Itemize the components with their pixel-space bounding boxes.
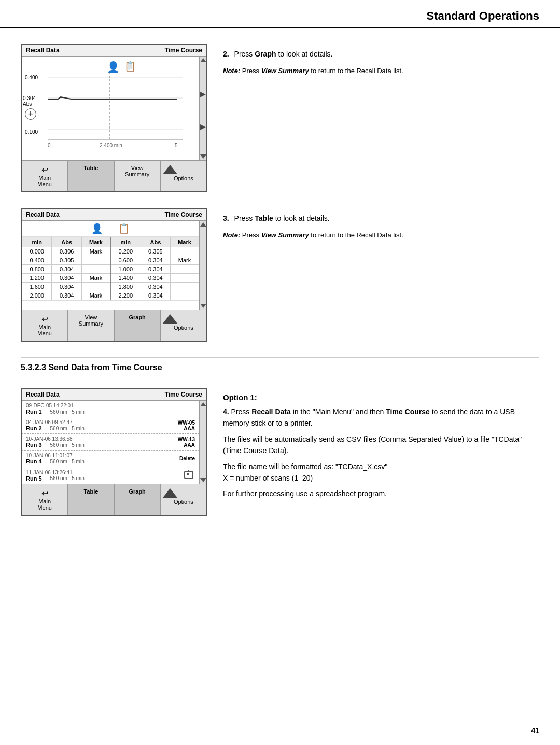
td — [171, 247, 199, 256]
btn-view-summary-2[interactable]: ViewSummary — [68, 310, 114, 341]
btn-view-summary-1[interactable]: ViewSummary — [115, 161, 161, 191]
td: 0.304 — [141, 291, 170, 300]
recall-item-info-2: 04-JAN-06 09:52:47 Run 2 560 nm 5 min — [26, 419, 169, 431]
page-header: Standard Operations — [0, 0, 560, 28]
recall-item-tag-4: Delete — [169, 456, 195, 461]
td — [81, 283, 110, 291]
btn-main-menu-label-3: MainMenu — [24, 498, 65, 511]
step-2-number: 2. — [223, 50, 229, 58]
th-min2: min — [110, 237, 141, 247]
btn-options-label-3: Options — [174, 499, 193, 505]
th-abs1: Abs — [52, 237, 81, 247]
note-2: Note: Press View Summary to return to th… — [223, 230, 539, 241]
recall-item-detail-4: 560 nm 5 min — [50, 459, 85, 465]
table-row: 1.600 0.304 1.800 0.304 — [22, 283, 199, 291]
btn-main-menu-3[interactable]: ↩ MainMenu — [22, 484, 68, 515]
scroll-down-3[interactable] — [200, 478, 206, 482]
step-4-t1: Press — [231, 407, 252, 416]
step-3-bold: Table — [255, 214, 273, 222]
graph-svg: 0 2.400 min 5 — [43, 57, 198, 155]
note-2-text: to return to the Recall Data list. — [309, 231, 403, 239]
btn-options-3[interactable]: Options — [161, 484, 206, 515]
recall-list: 09-DEC-05 14:22:01 Run 1 560 nm 5 min 04… — [22, 401, 199, 484]
btn-graph-3[interactable]: Graph — [115, 484, 161, 515]
btn-graph-2[interactable]: Graph — [115, 310, 161, 341]
btn-main-menu-2[interactable]: ↩ MainMenu — [22, 310, 68, 341]
section-3-title-row: 5.3.2.3 Send Data from Time Course — [21, 357, 539, 372]
scroll-up-2[interactable] — [200, 222, 206, 227]
note-1: Note: Press View Summary to return to th… — [223, 66, 539, 76]
scroll-bar-3[interactable] — [199, 401, 206, 484]
note-2-prefix: Press — [242, 231, 261, 239]
recall-item-date-2: 04-JAN-06 09:52:47 — [26, 419, 169, 425]
recall-item-5[interactable]: 11-JAN-06 13:26:41 Run 5 560 nm 5 min — [22, 467, 199, 484]
recall-item-3[interactable]: 10-JAN-06 13:36:58 Run 3 560 nm 5 min WW… — [22, 434, 199, 451]
right-arrow-2[interactable]: ▶ — [200, 123, 206, 130]
recall-item-tag-3: WW-13AAA — [169, 437, 195, 448]
panel-footer-2: ↩ MainMenu ViewSummary Graph Options — [22, 310, 206, 341]
text-content-3: Option 1: 4. Press Recall Data in the "M… — [223, 388, 539, 504]
panel-title-3: Recall Data — [26, 391, 60, 398]
btn-main-menu-label-1: MainMenu — [24, 175, 65, 187]
btn-table-1[interactable]: Table — [68, 161, 114, 191]
step-4-tc: Time Course — [386, 407, 430, 416]
recall-item-1[interactable]: 09-DEC-05 14:22:01 Run 1 560 nm 5 min — [22, 401, 199, 417]
note-label-2: Note: — [223, 231, 240, 239]
btn-options-label-2: Options — [174, 325, 193, 331]
td: Mark — [81, 291, 110, 300]
td: 1.800 — [110, 283, 141, 291]
td — [171, 283, 199, 291]
td: 0.304 — [141, 265, 170, 274]
td: 0.600 — [110, 256, 141, 265]
scroll-up-3[interactable] — [200, 402, 206, 406]
recall-item-info-4: 10-JAN-06 11:01:07 Run 4 560 nm 5 min — [26, 453, 169, 465]
btn-options-2[interactable]: Options — [161, 310, 206, 341]
td: 0.304 — [52, 274, 81, 283]
step-4-t2: in the "Main Menu" and then — [291, 407, 386, 416]
note-label-1: Note: — [223, 67, 240, 75]
svg-text:5: 5 — [175, 143, 178, 148]
btn-table-label-1: Table — [83, 165, 98, 171]
recall-item-detail-3: 560 nm 5 min — [50, 442, 85, 448]
back-arrow-icon-1: ↩ — [24, 165, 65, 175]
td: 1.200 — [22, 274, 52, 283]
step-4-recall: Recall Data — [251, 407, 290, 416]
td: 0.304 — [141, 256, 170, 265]
step-3-number: 3. — [223, 214, 229, 222]
step-4-para3: The file name will be formatted as: "TCD… — [223, 461, 539, 484]
td: Mark — [81, 274, 110, 283]
step-3-text: 3. Press Table to look at details. — [223, 213, 539, 224]
recall-item-detail-2: 560 nm 5 min — [50, 426, 85, 431]
btn-graph-label-3: Graph — [129, 488, 145, 495]
table-area: min Abs Mark min Abs Mark 0. — [22, 237, 199, 300]
graph-area: 👤 📋 0.400 0.304Abs 0.100 + — [22, 57, 199, 160]
zoom-icon[interactable]: + — [25, 108, 36, 120]
section-3: Recall Data Time Course 09-DEC-05 14:22:… — [21, 388, 539, 516]
text-content-2: 3. Press Table to look at details. Note:… — [223, 208, 539, 241]
btn-options-1[interactable]: Options — [161, 161, 206, 191]
right-arrow-1[interactable]: ▶ — [200, 90, 206, 97]
recall-item-tag-5 — [169, 469, 195, 482]
scroll-bar-1[interactable]: ▶ ▶ — [199, 57, 206, 160]
scroll-bar-2[interactable] — [199, 221, 206, 310]
btn-table-3[interactable]: Table — [68, 484, 114, 515]
scroll-up-1[interactable] — [200, 58, 206, 62]
th-abs2: Abs — [141, 237, 170, 247]
recall-item-2[interactable]: 04-JAN-06 09:52:47 Run 2 560 nm 5 min WW… — [22, 417, 199, 434]
btn-graph-label-2: Graph — [129, 314, 145, 320]
table-row: 0.400 0.305 0.600 0.304 Mark — [22, 256, 199, 265]
btn-main-menu-1[interactable]: ↩ MainMenu — [22, 161, 68, 191]
data-table: min Abs Mark min Abs Mark 0. — [22, 237, 199, 300]
recall-item-date-5: 11-JAN-06 13:26:41 — [26, 470, 169, 475]
td: 2.200 — [110, 291, 141, 300]
btn-main-menu-label-2: MainMenu — [24, 324, 65, 336]
th-mark1: Mark — [81, 237, 110, 247]
btn-options-label-1: Options — [174, 175, 193, 181]
note-1-text: to return to the Recall Data list. — [309, 67, 403, 75]
scroll-down-1[interactable] — [200, 154, 206, 159]
recall-item-4[interactable]: 10-JAN-06 11:01:07 Run 4 560 nm 5 min De… — [22, 451, 199, 467]
scroll-down-2[interactable] — [200, 304, 206, 308]
step-4-para2: The files will be automatically send as … — [223, 433, 539, 457]
panel-header-2: Recall Data Time Course — [22, 209, 206, 221]
text-content-1: 2. Press Graph to look at details. Note:… — [223, 44, 539, 76]
